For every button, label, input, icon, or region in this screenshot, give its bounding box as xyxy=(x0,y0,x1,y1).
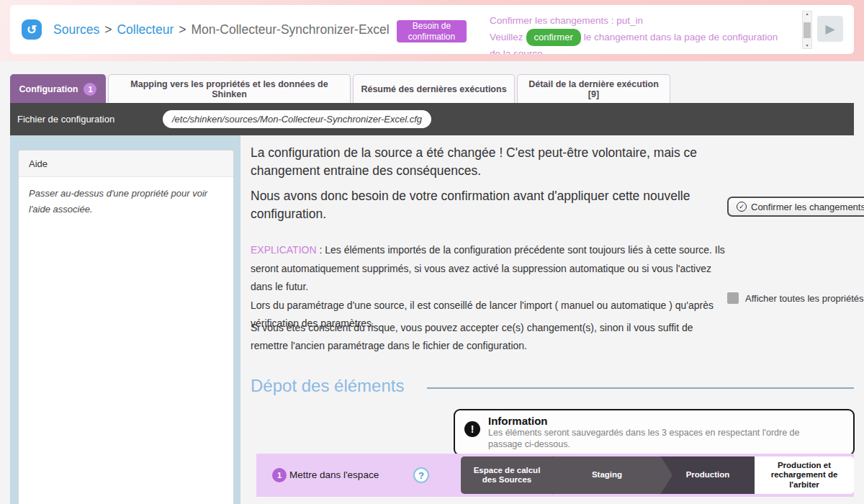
help-panel-title: Aide xyxy=(19,150,233,177)
breadcrumb-sources[interactable]: Sources xyxy=(53,22,99,37)
status-badge-line2: confirmation xyxy=(397,32,467,42)
step-label: Production et rechargement de l'arbiter xyxy=(760,461,849,490)
scroll-up-icon[interactable]: ▴ xyxy=(806,12,808,17)
warning-paragraph-1: La configuration de la source a été chan… xyxy=(251,144,723,179)
tab-mapping[interactable]: Mapping vers les propriétés et les donné… xyxy=(108,74,351,103)
breadcrumb: Sources > Collecteur > Mon-Collecteur-Sy… xyxy=(53,5,390,54)
explanation-separator: : xyxy=(317,244,325,256)
status-badge-line1: Besoin de xyxy=(397,21,467,32)
section-divider xyxy=(427,387,854,389)
explanation-label: EXPLICATION xyxy=(251,244,317,256)
play-button[interactable]: ▶ xyxy=(817,16,843,42)
scrollbar-thumb[interactable] xyxy=(804,22,811,38)
notification-area: Confirmer les changements : put_in Veuil… xyxy=(490,13,801,54)
step-production-arbiter[interactable]: Production et rechargement de l'arbiter xyxy=(755,456,854,494)
tab-configuration-label: Configuration xyxy=(19,84,78,94)
notification-scrollbar[interactable]: ▴ ▾ xyxy=(802,11,812,49)
help-panel-text: Passer au-dessus d'une propriété pour vo… xyxy=(19,177,233,226)
section-title: Dépot des éléments xyxy=(251,376,404,396)
config-file-path[interactable]: /etc/shinken/sources/Mon-Collecteur-Sync… xyxy=(163,110,431,128)
refresh-glyph: ↺ xyxy=(27,22,37,37)
notification-line2-suffix: le changement dans la page de configurat… xyxy=(584,32,778,42)
confirm-changes-button[interactable]: ✓ Confirmer les changements xyxy=(727,197,864,217)
section-header: Dépot des éléments xyxy=(251,376,854,396)
information-box: ! Information Les éléments seront sauveg… xyxy=(454,409,855,456)
risk-paragraph: Si vous êtes conscient du risque, vous p… xyxy=(251,319,726,355)
notification-line3: de la source xyxy=(490,46,801,54)
scroll-down-icon[interactable]: ▾ xyxy=(806,43,808,48)
tab-bar: Configuration 1 Mapping vers les proprié… xyxy=(10,74,670,103)
put-in-space-row: 1 Mettre dans l'espace ? Espace de calcu… xyxy=(256,454,854,497)
header-band: ↺ Sources > Collecteur > Mon-Collecteur-… xyxy=(0,0,864,61)
information-text: Les éléments seront sauvegardés dans les… xyxy=(488,427,828,450)
tab-configuration-badge: 1 xyxy=(84,83,96,96)
tab-configuration[interactable]: Configuration 1 xyxy=(10,74,106,103)
check-circle-icon: ✓ xyxy=(737,202,747,212)
step-label: Staging xyxy=(592,470,622,480)
information-title: Information xyxy=(488,415,828,427)
step-label: Production xyxy=(686,470,730,480)
step-production[interactable]: Production xyxy=(661,456,755,494)
play-icon: ▶ xyxy=(825,22,834,37)
header-card: ↺ Sources > Collecteur > Mon-Collecteur-… xyxy=(10,5,854,54)
refresh-icon[interactable]: ↺ xyxy=(22,19,42,40)
exclamation-icon: ! xyxy=(464,421,480,437)
exclamation-glyph: ! xyxy=(471,423,474,435)
space-steps: Espace de calcul des Sources Staging Pro… xyxy=(461,456,854,494)
main-content: La configuration de la source a été chan… xyxy=(240,135,864,504)
breadcrumb-collecteur[interactable]: Collecteur xyxy=(117,22,174,37)
breadcrumb-separator: > xyxy=(179,22,186,37)
show-all-properties-toggle[interactable]: Afficher toutes les propriétés xyxy=(727,292,864,304)
notification-line1: Confirmer les changements : put_in xyxy=(490,13,801,29)
help-sidebar: Aide Passer au-dessus d'une propriété po… xyxy=(10,135,240,504)
show-all-checkbox[interactable] xyxy=(727,292,739,304)
status-badge: Besoin de confirmation xyxy=(397,20,467,42)
step-staging[interactable]: Staging xyxy=(553,456,661,494)
confirm-changes-label: Confirmer les changements xyxy=(751,202,864,212)
warning-paragraph-2: Nous avons donc besoin de votre confirma… xyxy=(251,187,723,222)
step-espace-calcul-sources[interactable]: Espace de calcul des Sources xyxy=(461,456,553,494)
show-all-label: Afficher toutes les propriétés xyxy=(745,293,864,304)
put-in-space-label: Mettre dans l'espace xyxy=(289,469,379,480)
step-number-badge: 1 xyxy=(272,468,287,482)
help-icon[interactable]: ? xyxy=(413,467,429,483)
confirm-link-button[interactable]: confirmer xyxy=(526,29,581,46)
tab-detail-execution[interactable]: Détail de la dernière exécution [9] xyxy=(517,74,670,103)
help-panel: Aide Passer au-dessus d'une propriété po… xyxy=(18,150,234,504)
breadcrumb-current: Mon-Collecteur-Synchronizer-Excel xyxy=(191,22,389,37)
step-label: Espace de calcul des Sources xyxy=(466,466,548,485)
information-content: Information Les éléments seront sauvegar… xyxy=(488,415,828,450)
config-file-label: Fichier de configuration xyxy=(17,103,114,135)
check-glyph: ✓ xyxy=(739,203,744,210)
breadcrumb-separator: > xyxy=(104,22,112,37)
tab-resume-executions[interactable]: Résumé des dernières exécutions xyxy=(353,74,515,103)
notification-line2-prefix: Veuillez xyxy=(490,32,523,42)
config-file-bar: Fichier de configuration /etc/shinken/so… xyxy=(10,103,854,135)
notification-line2: Veuillezconfirmerle changement dans la p… xyxy=(490,29,801,46)
